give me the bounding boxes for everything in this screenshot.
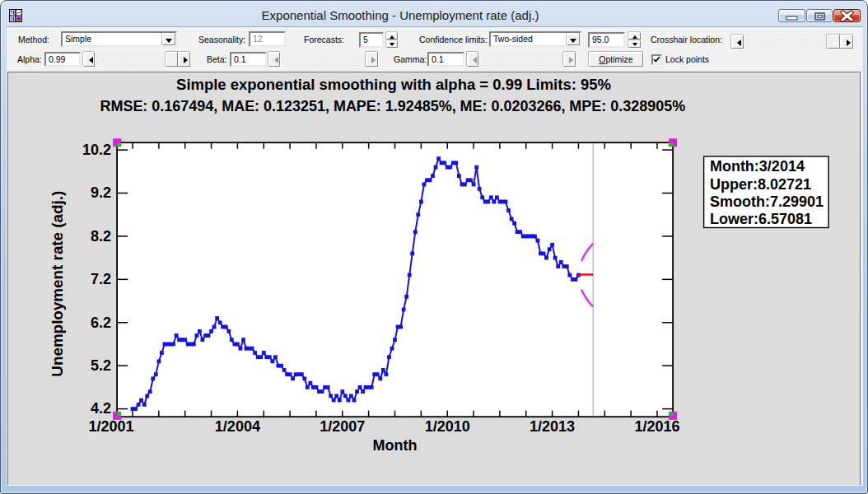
svg-text:4.2: 4.2 [91,400,111,417]
svg-text:Unemployment rate (adj.): Unemployment rate (adj.) [49,191,66,377]
svg-text:Month: Month [373,437,418,454]
svg-text:10.2: 10.2 [82,142,111,158]
svg-text:1/2010: 1/2010 [425,418,470,435]
svg-text:RMSE: 0.167494, MAE: 0.123251,: RMSE: 0.167494, MAE: 0.123251, MAPE: 1.9… [100,98,686,114]
svg-text:1/2001: 1/2001 [89,418,134,435]
svg-text:Smooth:7.29901: Smooth:7.29901 [710,193,824,210]
svg-text:Lower:6.57081: Lower:6.57081 [710,211,812,227]
svg-text:1/2004: 1/2004 [215,418,260,435]
svg-text:1/2013: 1/2013 [530,418,575,435]
svg-text:8.2: 8.2 [91,228,111,245]
svg-text:1/2007: 1/2007 [320,418,365,435]
svg-text:Upper:8.02721: Upper:8.02721 [710,176,811,193]
svg-text:1/2016: 1/2016 [634,418,679,435]
svg-text:5.2: 5.2 [91,357,111,374]
svg-text:6.2: 6.2 [91,315,111,331]
svg-text:Simple exponential smoothing w: Simple exponential smoothing with alpha … [176,77,611,93]
svg-text:9.2: 9.2 [91,184,111,201]
svg-text:7.2: 7.2 [91,271,111,287]
svg-text:Month:3/2014: Month:3/2014 [710,158,805,175]
